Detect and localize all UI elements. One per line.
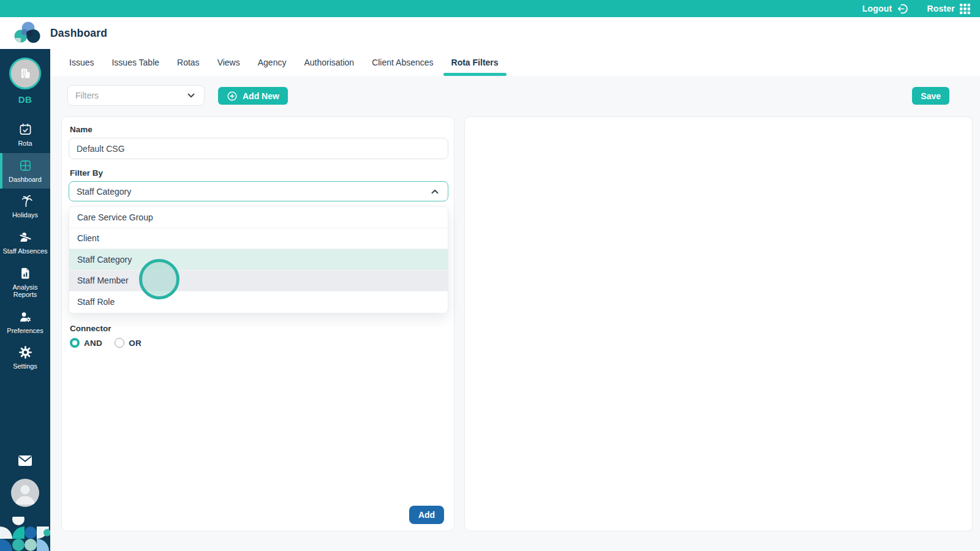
person-gear-icon [18, 310, 32, 324]
app-logo [12, 20, 41, 49]
sidebar-nav: Rota Dashboard [0, 117, 50, 376]
dashboard-grid-icon [18, 159, 32, 173]
connector-radio-or[interactable]: OR [115, 338, 141, 348]
sidebar-item-label: Holidays [2, 211, 48, 219]
save-label: Save [921, 91, 941, 101]
logout-button[interactable]: Logout [862, 3, 909, 15]
sidebar-item-staff-absences[interactable]: Staff Absences [0, 225, 50, 261]
user-initials: DB [0, 94, 50, 105]
filters-select[interactable]: Filters [67, 85, 205, 106]
connector-or-label: OR [129, 339, 141, 348]
tab-client-absences[interactable]: Client Absences [372, 49, 433, 76]
sidebar: DB Rota [0, 49, 50, 551]
app-header: Dashboard [0, 17, 980, 49]
option-staff-member[interactable]: Staff Member [69, 271, 448, 292]
top-bar: Logout Roster [0, 0, 980, 17]
page-title: Dashboard [50, 17, 107, 49]
option-staff-role[interactable]: Staff Role [69, 291, 448, 313]
user-avatar[interactable] [0, 479, 50, 507]
rota-filter-form-panel: Name Filter By Staff Category Care Servi… [61, 116, 454, 531]
add-filter-button[interactable]: Add [409, 506, 444, 524]
tab-bar: Issues Issues Table Rotas Views Agency A… [50, 49, 980, 76]
sidebar-item-label: Rota [2, 140, 48, 148]
company-avatar[interactable] [9, 58, 41, 89]
calendar-check-icon [18, 122, 32, 137]
radio-selected-icon [70, 338, 80, 348]
connector-radio-and[interactable]: AND [70, 338, 102, 348]
person-icon [11, 479, 39, 507]
sidebar-item-label: Preferences [2, 327, 48, 335]
sidebar-item-label: Settings [2, 362, 48, 370]
option-staff-category[interactable]: Staff Category [69, 249, 448, 271]
connector-and-label: AND [84, 339, 102, 348]
sidebar-item-label: Staff Absences [2, 247, 48, 255]
tab-issues[interactable]: Issues [69, 49, 94, 76]
tab-issues-table[interactable]: Issues Table [111, 49, 159, 76]
filter-results-panel [464, 116, 973, 531]
filter-by-value: Staff Category [77, 187, 131, 197]
logout-icon [897, 3, 908, 15]
palm-tree-icon [18, 194, 32, 208]
save-button[interactable]: Save [912, 87, 949, 105]
name-label: Name [70, 125, 454, 134]
tab-views[interactable]: Views [217, 49, 240, 76]
tab-authorisation[interactable]: Authorisation [304, 49, 354, 76]
connector-group: Connector AND OR [62, 324, 141, 348]
sidebar-item-label: Analysis Reports [2, 283, 48, 299]
sidebar-item-holidays[interactable]: Holidays [0, 189, 50, 225]
mail-icon [18, 455, 32, 467]
apps-grid-icon [960, 4, 970, 14]
person-absent-icon [18, 230, 32, 244]
sidebar-item-analysis-reports[interactable]: Analysis Reports [0, 261, 50, 304]
option-client[interactable]: Client [69, 228, 448, 250]
plus-circle-icon [227, 91, 238, 102]
building-icon [17, 66, 33, 81]
roster-label: Roster [927, 4, 955, 13]
connector-label: Connector [70, 324, 141, 333]
sidebar-item-preferences[interactable]: Preferences [0, 304, 50, 340]
sidebar-item-settings[interactable]: Settings [0, 340, 50, 376]
filter-by-dropdown: Care Service Group Client Staff Category… [69, 206, 448, 313]
sidebar-item-label: Dashboard [2, 176, 48, 184]
sidebar-item-dashboard[interactable]: Dashboard [0, 153, 50, 189]
roster-app-button[interactable]: Roster [927, 4, 970, 14]
chevron-up-icon [429, 186, 440, 197]
add-new-label: Add New [243, 91, 279, 101]
sidebar-item-rota[interactable]: Rota [0, 117, 50, 153]
tab-rotas[interactable]: Rotas [177, 49, 200, 76]
filter-by-label: Filter By [70, 168, 454, 178]
report-chart-icon [18, 266, 32, 280]
messages-button[interactable] [0, 455, 50, 467]
tab-rota-filters[interactable]: Rota Filters [451, 49, 499, 76]
name-input[interactable] [69, 138, 448, 159]
filter-by-select[interactable]: Staff Category [69, 181, 448, 201]
option-care-service-group[interactable]: Care Service Group [69, 207, 448, 228]
decorative-mosaic [0, 517, 50, 551]
tab-agency[interactable]: Agency [258, 49, 287, 76]
add-new-button[interactable]: Add New [218, 87, 288, 105]
gear-icon [18, 345, 32, 359]
radio-unselected-icon [115, 338, 124, 348]
chevron-down-icon [186, 90, 197, 101]
filters-placeholder: Filters [75, 91, 99, 100]
logout-label: Logout [862, 4, 892, 13]
